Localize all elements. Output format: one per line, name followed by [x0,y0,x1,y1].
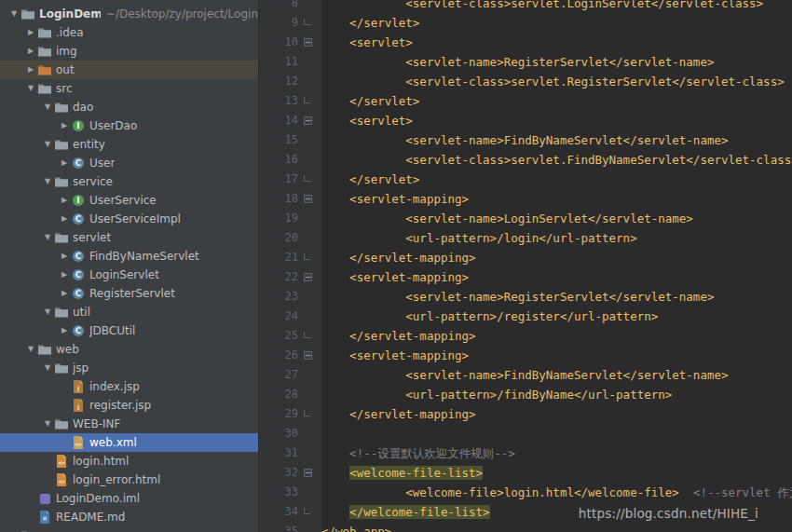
code-line-23[interactable]: <servlet-name>RegisterServlet</servlet-n… [321,287,792,307]
tree-item-jdbcutil[interactable]: ▶CJDBCUtil [0,321,258,340]
chevron-down-icon[interactable]: ▼ [7,5,20,23]
code-line-16[interactable]: <servlet-class>servlet.FindByNameServlet… [321,150,792,170]
code-line-21[interactable]: </servlet-mapping> [321,248,792,267]
tree-item-.idea[interactable]: ▶.idea [0,23,258,42]
fold-end-icon[interactable] [304,97,310,103]
line-number[interactable]: 24 [259,307,298,326]
tree-item-login_error.html[interactable]: <>login_error.html [0,471,258,489]
chevron-down-icon[interactable]: ▼ [41,359,54,377]
fold-collapse-icon[interactable]: − [304,116,312,125]
chevron-down-icon[interactable]: ▼ [24,340,37,359]
line-number[interactable]: 21 [259,248,298,267]
line-numbers[interactable]: 8910111213141516171819202122232425262728… [259,0,298,532]
editor[interactable]: 8910111213141516171819202122232425262728… [259,0,792,532]
tree-item-partial[interactable]: ▶ [0,526,258,532]
line-number[interactable]: 35 [259,522,298,532]
project-tool-window[interactable]: ▼LoginDemo~/Desktop/zy/project/Login▶.id… [0,0,259,532]
line-number[interactable]: 23 [259,287,298,307]
code-line-20[interactable]: <url-pattern>/login</url-pattern> [321,228,792,248]
line-number[interactable]: 8 [259,0,298,13]
tree-item-findbynameservlet[interactable]: ▶CFindByNameServlet [0,247,258,266]
line-number[interactable]: 28 [259,385,298,404]
code-line-9[interactable]: </servlet> [321,13,792,33]
chevron-right-icon[interactable]: ▶ [58,321,71,340]
chevron-right-icon[interactable]: ▶ [24,61,37,79]
tree-item-registerservlet[interactable]: ▶CRegisterServlet [0,284,258,303]
line-number[interactable]: 30 [259,424,298,443]
chevron-down-icon[interactable]: ▼ [41,172,54,191]
code-line-31[interactable]: <!--设置默认欢迎文件规则--> [321,443,792,463]
line-number[interactable]: 25 [259,326,298,346]
code-line-14[interactable]: <servlet> [321,111,792,130]
line-number[interactable]: 12 [259,72,298,91]
code-line-12[interactable]: <servlet-class>servlet.RegisterServlet</… [321,72,792,91]
fold-end-icon[interactable] [304,410,310,416]
tree-item-out[interactable]: ▶out [0,61,258,79]
line-number[interactable]: 19 [259,209,298,228]
chevron-down-icon[interactable]: ▼ [41,135,54,154]
code-area[interactable]: <servlet-class>servlet.LoginServlet</ser… [321,0,792,532]
code-line-8[interactable]: <servlet-class>servlet.LoginServlet</ser… [321,0,792,13]
code-line-28[interactable]: <url-pattern>/findByName</url-pattern> [321,385,792,404]
code-line-24[interactable]: <url-pattern>/register</url-pattern> [321,307,792,326]
line-number[interactable]: 26 [259,346,298,365]
tree-item-entity[interactable]: ▼entity [0,135,258,154]
code-line-30[interactable] [321,424,792,443]
tree-item-register.jsp[interactable]: jregister.jsp [0,396,258,415]
code-line-17[interactable]: </servlet> [321,170,792,189]
chevron-down-icon[interactable]: ▼ [41,98,54,116]
line-number[interactable]: 14 [259,111,298,130]
fold-collapse-icon[interactable]: − [304,38,312,47]
project-tree[interactable]: ▼LoginDemo~/Desktop/zy/project/Login▶.id… [0,0,258,532]
fold-end-icon[interactable] [304,175,310,182]
line-number[interactable]: 22 [259,267,298,287]
fold-collapse-icon[interactable]: − [304,273,312,281]
line-number[interactable]: 29 [259,404,298,424]
line-number[interactable]: 20 [259,228,298,248]
tree-item-dao[interactable]: ▼dao [0,98,258,116]
chevron-down-icon[interactable]: ▼ [41,415,54,433]
line-number[interactable]: 11 [259,52,298,72]
code-line-25[interactable]: </servlet-mapping> [321,326,792,346]
tree-item-jsp[interactable]: ▼jsp [0,359,258,377]
line-number[interactable]: 33 [259,483,298,502]
chevron-right-icon[interactable]: ▶ [7,526,20,532]
chevron-right-icon[interactable]: ▶ [58,284,71,303]
tree-item-loginservlet[interactable]: ▶CLoginServlet [0,266,258,284]
tree-item-index.jsp[interactable]: jindex.jsp [0,377,258,396]
line-number[interactable]: 10 [259,33,298,52]
chevron-right-icon[interactable]: ▶ [24,23,37,42]
chevron-right-icon[interactable]: ▶ [58,210,71,228]
code-line-19[interactable]: <servlet-name>LoginServlet</servlet-name… [321,209,792,228]
line-number[interactable]: 31 [259,443,298,463]
chevron-right-icon[interactable]: ▶ [58,247,71,266]
line-number[interactable]: 34 [259,502,298,522]
tree-item-src[interactable]: ▼src [0,79,258,98]
code-line-26[interactable]: <servlet-mapping> [321,346,792,365]
tree-item-login.html[interactable]: <>login.html [0,452,258,471]
fold-end-icon[interactable] [304,19,310,25]
tree-item-web.xml[interactable]: <>web.xml [0,433,258,452]
code-line-22[interactable]: <servlet-mapping> [321,267,792,287]
tree-item-user[interactable]: ▶CUser [0,154,258,172]
chevron-right-icon[interactable]: ▶ [58,116,71,135]
tree-item-logindemo.iml[interactable]: LoginDemo.iml [0,489,258,508]
fold-collapse-icon[interactable]: − [304,469,312,477]
fold-end-icon[interactable] [304,332,310,338]
chevron-down-icon[interactable]: ▼ [41,228,54,247]
chevron-right-icon[interactable]: ▶ [58,266,71,284]
tree-item-logindemo[interactable]: ▼LoginDemo~/Desktop/zy/project/Login [0,5,258,23]
code-line-29[interactable]: </servlet-mapping> [321,404,792,424]
code-line-35[interactable]: </web-app> [321,522,792,532]
tree-item-img[interactable]: ▶img [0,42,258,61]
code-line-13[interactable]: </servlet> [321,91,792,111]
fold-end-icon[interactable] [304,508,310,514]
code-line-27[interactable]: <servlet-name>FindByNameServlet</servlet… [321,365,792,385]
tree-item-userserviceimpl[interactable]: ▶CUserServiceImpl [0,210,258,228]
fold-end-icon[interactable] [304,253,310,260]
line-number[interactable]: 15 [259,130,298,150]
tree-item-userdao[interactable]: ▶IUserDao [0,116,258,135]
fold-collapse-icon[interactable]: − [304,351,312,360]
fold-collapse-icon[interactable]: − [304,195,312,203]
chevron-right-icon[interactable]: ▶ [24,42,37,61]
